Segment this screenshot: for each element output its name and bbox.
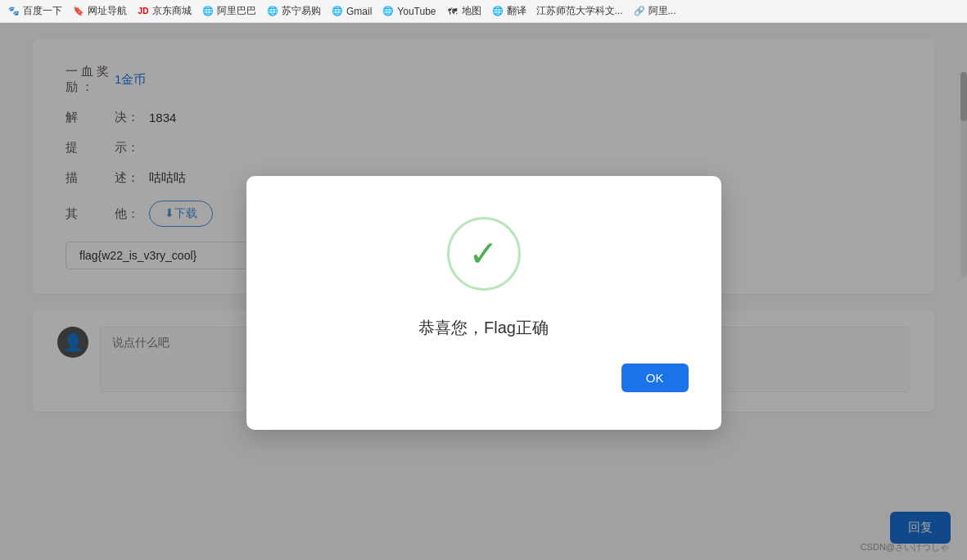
toolbar-youtube[interactable]: 🌐 YouTube xyxy=(379,3,438,20)
suning-icon: 🌐 xyxy=(266,5,279,18)
ok-button[interactable]: OK xyxy=(621,364,689,392)
maps-icon: 🗺 xyxy=(446,5,459,18)
toolbar-youtube-label: YouTube xyxy=(397,6,436,17)
toolbar-alimore-label: 阿里... xyxy=(648,4,676,18)
toolbar-jsnu-label: 江苏师范大学科文... xyxy=(536,4,623,18)
toolbar-gmail-label: Gmail xyxy=(346,6,372,17)
toolbar-wangzhi[interactable]: 🔖 网址导航 xyxy=(70,2,129,20)
browser-toolbar: 🐾 百度一下 🔖 网址导航 JD 京东商城 🌐 阿里巴巴 🌐 苏宁易购 🌐 Gm… xyxy=(0,0,967,23)
toolbar-jsnu[interactable]: 江苏师范大学科文... xyxy=(534,2,626,20)
toolbar-alibaba-label: 阿里巴巴 xyxy=(217,4,256,18)
dialog-message: 恭喜您，Flag正确 xyxy=(418,317,549,339)
toolbar-maps[interactable]: 🗺 地图 xyxy=(444,2,484,20)
gmail-icon: 🌐 xyxy=(331,5,344,18)
toolbar-suning[interactable]: 🌐 苏宁易购 xyxy=(264,2,323,20)
success-dialog: ✓ 恭喜您，Flag正确 OK xyxy=(246,176,721,430)
toolbar-alibaba[interactable]: 🌐 阿里巴巴 xyxy=(199,2,259,20)
youtube-icon: 🌐 xyxy=(382,5,395,18)
toolbar-baidu[interactable]: 🐾 百度一下 xyxy=(5,2,65,20)
toolbar-wangzhi-label: 网址导航 xyxy=(88,4,127,18)
toolbar-baidu-label: 百度一下 xyxy=(23,4,62,18)
wangzhi-icon: 🔖 xyxy=(72,5,85,18)
toolbar-alimore[interactable]: 🔗 阿里... xyxy=(630,2,679,20)
jd-icon: JD xyxy=(137,5,150,18)
toolbar-jd[interactable]: JD 京东商城 xyxy=(134,2,194,20)
alibaba-icon: 🌐 xyxy=(201,5,215,18)
toolbar-gmail[interactable]: 🌐 Gmail xyxy=(328,3,374,20)
toolbar-translate-label: 翻译 xyxy=(507,4,526,18)
toolbar-translate[interactable]: 🌐 翻译 xyxy=(489,2,529,20)
baidu-icon: 🐾 xyxy=(7,5,20,18)
alimore-icon: 🔗 xyxy=(633,5,646,18)
toolbar-suning-label: 苏宁易购 xyxy=(282,4,321,18)
check-circle: ✓ xyxy=(447,217,521,291)
toolbar-jd-label: 京东商城 xyxy=(152,4,192,18)
checkmark-icon: ✓ xyxy=(468,236,499,272)
toolbar-maps-label: 地图 xyxy=(462,4,481,18)
translate-icon: 🌐 xyxy=(491,5,504,18)
